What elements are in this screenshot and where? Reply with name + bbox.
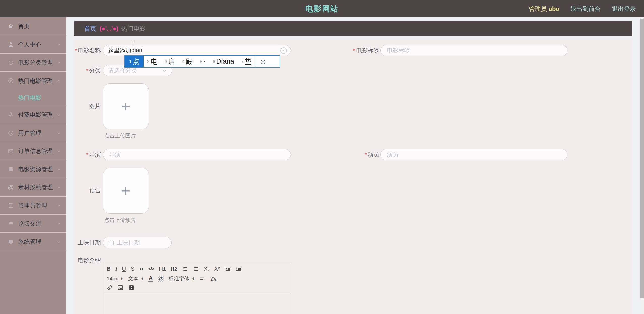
underline-icon[interactable]: U: [122, 266, 126, 272]
compass-circle-icon: [8, 77, 14, 84]
breadcrumb-current: 热门电影: [121, 25, 146, 33]
plus-icon: +: [121, 99, 130, 114]
image-insert-icon[interactable]: [117, 285, 123, 291]
trailer-label: 预告: [74, 168, 101, 214]
sidebar-item-personal-center[interactable]: 个人中心: [0, 35, 66, 54]
envelope-icon: [8, 148, 14, 154]
actor-input[interactable]: [380, 149, 567, 160]
font-family-select[interactable]: 标准字体 ▲▼: [168, 275, 195, 282]
director-input[interactable]: [103, 149, 291, 160]
ime-candidate[interactable]: 4殿: [179, 56, 196, 67]
admin-username: abo: [549, 5, 559, 12]
ime-candidate[interactable]: 3店: [161, 56, 179, 67]
rich-text-editor: B I U S ” </> H1 H2 X₂ X²: [103, 262, 291, 314]
indent-icon[interactable]: [236, 266, 242, 272]
chevron-down-icon: [56, 203, 61, 208]
toolbar-row-3: [107, 284, 287, 292]
sidebar-item-order-mgmt[interactable]: 订单信息管理: [0, 142, 66, 160]
intro-label: 电影介绍: [74, 256, 101, 264]
link-icon[interactable]: [107, 285, 113, 291]
sidebar-item-paid-movie-mgmt[interactable]: 付费电影管理: [0, 106, 66, 124]
clear-input-icon[interactable]: ✕: [280, 47, 287, 54]
video-insert-icon[interactable]: [128, 285, 134, 291]
sidebar-item-label: 个人中心: [18, 41, 56, 48]
ime-candidate[interactable]: 2电: [144, 56, 161, 67]
director-label: * 导演: [74, 149, 101, 160]
bold-icon[interactable]: B: [107, 266, 111, 272]
sidebar-item-label: 付费电影管理: [18, 111, 56, 119]
trailer-upload-hint: 点击上传预告: [104, 217, 136, 224]
movie-tag-input[interactable]: [380, 45, 567, 56]
chevron-down-icon: [56, 149, 61, 154]
align-icon[interactable]: [199, 276, 205, 282]
breadcrumb-home-link[interactable]: 首页: [84, 25, 96, 33]
image-upload-hint: 点击上传图片: [104, 132, 136, 139]
outdent-icon[interactable]: [225, 266, 231, 272]
ime-candidate[interactable]: 6Diana: [209, 56, 238, 67]
sidebar-item-label: 管理员管理: [18, 202, 56, 209]
ime-separator: [256, 56, 256, 67]
sidebar-item-movie-resource-mgmt[interactable]: 电影资源管理: [0, 160, 66, 178]
ime-candidate[interactable]: 7垫: [238, 56, 255, 67]
stepper-icon: ▲▼: [192, 277, 195, 280]
movie-name-input[interactable]: 这里添加dian ✕: [103, 45, 291, 56]
emoji-picker-icon[interactable]: ☺: [256, 56, 270, 67]
sidebar-item-material-submission-mgmt[interactable]: @ 素材投稿管理: [0, 178, 66, 197]
ime-candidate[interactable]: 5·: [196, 56, 209, 67]
stepper-icon: ▲▼: [141, 277, 143, 280]
user-icon: [8, 41, 14, 48]
font-size-select[interactable]: 14px ▲▼: [107, 276, 123, 282]
strikethrough-icon[interactable]: S: [131, 266, 135, 272]
logout-link[interactable]: 退出登录: [612, 5, 636, 13]
code-block-icon[interactable]: </>: [148, 267, 154, 271]
release-date-input[interactable]: 上映日期: [103, 237, 172, 248]
hot-movie-form: * 电影名称 这里添加dian ✕ * 电影标签 1点 2电 3店 4殿: [74, 40, 632, 314]
sidebar-item-label: 素材投稿管理: [18, 183, 56, 191]
edit-square-icon: [8, 202, 14, 209]
clear-format-icon[interactable]: Tx: [210, 276, 217, 282]
sidebar-item-admin-mgmt[interactable]: 管理员管理: [0, 197, 66, 215]
subscript-icon[interactable]: X₂: [204, 266, 210, 272]
highlight-color-icon[interactable]: A: [158, 276, 164, 282]
exit-to-frontend-link[interactable]: 退出到前台: [570, 5, 601, 13]
ime-candidate[interactable]: 1点: [125, 56, 144, 67]
power-icon: [8, 59, 14, 66]
sidebar-subitem-label: 热门电影: [18, 94, 41, 102]
vertical-scrollbar[interactable]: [640, 18, 644, 314]
stepper-icon: ▲▼: [121, 277, 123, 280]
italic-icon[interactable]: I: [115, 266, 117, 272]
calendar-icon: [108, 240, 114, 246]
trailer-upload-dropzone[interactable]: +: [103, 168, 149, 214]
chevron-down-icon: [56, 167, 61, 172]
sidebar-item-label: 热门电影管理: [18, 77, 56, 85]
superscript-icon[interactable]: X²: [214, 266, 220, 272]
chevron-down-icon: [56, 185, 61, 190]
admin-user: 管理员 abo: [529, 5, 559, 13]
sidebar-subitem-hot-movie[interactable]: 热门电影: [0, 90, 66, 106]
sidebar-item-hot-movie-mgmt[interactable]: 热门电影管理: [0, 72, 66, 90]
chevron-down-icon: [56, 60, 61, 65]
paragraph-style-select[interactable]: 文本 ▲▼: [128, 275, 143, 282]
text-color-icon[interactable]: A: [148, 275, 153, 282]
required-asterisk: *: [353, 48, 355, 54]
editor-toolbar: B I U S ” </> H1 H2 X₂ X²: [103, 262, 291, 294]
ordered-list-icon[interactable]: [182, 266, 188, 272]
heading2-icon[interactable]: H2: [171, 266, 177, 272]
chevron-down-icon: [56, 112, 61, 117]
scrollbar-thumb[interactable]: [640, 19, 644, 298]
heading1-icon[interactable]: H1: [159, 266, 166, 272]
monitor-icon: [8, 239, 14, 245]
blockquote-icon[interactable]: ”: [139, 266, 144, 275]
sidebar-item-user-mgmt[interactable]: 用户管理: [0, 124, 66, 142]
sidebar-item-label: 订单信息管理: [18, 147, 56, 155]
header-actions: 管理员 abo 退出到前台 退出登录: [529, 0, 636, 17]
editor-content-area[interactable]: [103, 294, 291, 314]
sidebar-item-movie-category[interactable]: 电影分类管理: [0, 54, 66, 72]
chevron-up-icon: [56, 78, 61, 83]
sidebar-item-system-mgmt[interactable]: 系统管理: [0, 233, 66, 251]
sidebar-item-home[interactable]: 首页: [0, 17, 66, 35]
bullet-list-icon[interactable]: [193, 266, 199, 272]
image-upload-dropzone[interactable]: +: [103, 83, 149, 129]
toolbar-row-1: B I U S ” </> H1 H2 X₂ X²: [107, 264, 287, 273]
sidebar-item-forum[interactable]: 论坛交流: [0, 215, 66, 233]
